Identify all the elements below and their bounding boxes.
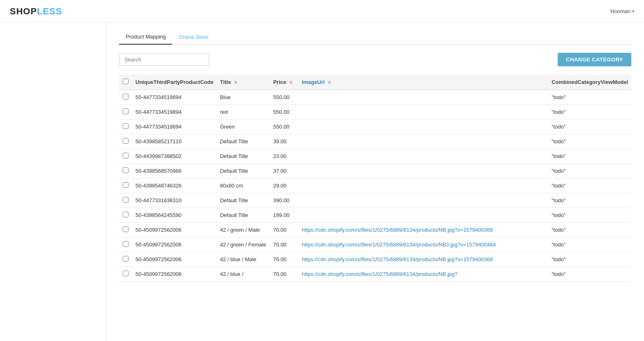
row-checkbox-cell xyxy=(119,193,132,208)
row-image xyxy=(299,193,548,208)
row-code: 50-4477334519894 xyxy=(132,120,217,134)
product-table: UniqueThirdPartyProductCode Title ⇅ Pric… xyxy=(119,75,631,282)
row-title: Default Title xyxy=(217,208,270,223)
row-category: "todo" xyxy=(548,178,631,193)
row-image: https://cdn.shopify.com/s/files/1/0275/6… xyxy=(299,252,548,267)
row-checkbox-cell xyxy=(119,120,132,134)
table-row: 50-4398585217110 Default Title 39.00 "to… xyxy=(119,134,631,149)
row-code: 50-4398548746326 xyxy=(132,178,217,193)
table-container: UniqueThirdPartyProductCode Title ⇅ Pric… xyxy=(119,75,631,282)
row-price: 29.00 xyxy=(270,178,299,193)
row-code: 50-4398585217110 xyxy=(132,134,217,149)
row-category: "todo" xyxy=(548,90,631,105)
search-input[interactable] xyxy=(119,53,209,66)
row-image xyxy=(299,149,548,164)
row-category: "todo" xyxy=(548,134,631,149)
row-category: "todo" xyxy=(548,223,631,237)
row-checkbox-cell xyxy=(119,164,132,178)
row-checkbox[interactable] xyxy=(123,182,128,188)
row-checkbox[interactable] xyxy=(123,138,128,144)
table-row: 50-4477334519894 red 550.00 "todo" xyxy=(119,105,631,120)
row-price: 550.00 xyxy=(270,105,299,120)
row-checkbox[interactable] xyxy=(123,197,128,203)
row-title: Default Title xyxy=(217,164,270,178)
row-checkbox[interactable] xyxy=(123,167,128,173)
row-price: 37.00 xyxy=(270,164,299,178)
row-category: "todo" xyxy=(548,149,631,164)
row-category: "todo" xyxy=(548,208,631,223)
table-row: 50-4439987388502 Default Title 23.00 "to… xyxy=(119,149,631,164)
title-sort-icon[interactable]: ⇅ xyxy=(234,80,237,85)
logo-shop: SHOP xyxy=(10,6,37,16)
image-sort-icon: ⇅ xyxy=(328,80,331,85)
row-code: 50-4477334519894 xyxy=(132,90,217,105)
row-checkbox[interactable] xyxy=(123,212,128,217)
table-row: 50-4398568570966 Default Title 37.00 "to… xyxy=(119,164,631,178)
layout: Product Mapping Online Store CHANGE CATE… xyxy=(0,23,644,341)
row-category: "todo" xyxy=(548,237,631,252)
row-price: 70.00 xyxy=(270,267,299,282)
row-price: 199.00 xyxy=(270,208,299,223)
row-title: 80x80 cm xyxy=(217,178,270,193)
row-category: "todo" xyxy=(548,193,631,208)
row-code: 50-4477334519894 xyxy=(132,105,217,120)
row-checkbox-cell xyxy=(119,267,132,282)
row-checkbox-cell xyxy=(119,149,132,164)
row-category: "todo" xyxy=(548,252,631,267)
row-image: https://cdn.shopify.com/s/files/1/0275/6… xyxy=(299,223,548,237)
row-title: Default Title xyxy=(217,134,270,149)
row-checkbox[interactable] xyxy=(123,94,128,99)
row-price: 550.00 xyxy=(270,90,299,105)
row-image: https://cdn.shopify.com/s/files/1/0275/6… xyxy=(299,237,548,252)
main-content: Product Mapping Online Store CHANGE CATE… xyxy=(109,23,641,341)
table-row: 50-4477334519894 Blue 550.00 "todo" xyxy=(119,90,631,105)
row-price: 23.00 xyxy=(270,149,299,164)
row-code: 50-4398564245590 xyxy=(132,208,217,223)
row-image xyxy=(299,120,548,134)
header-category: CombinedCategoryViewModel xyxy=(548,75,631,90)
row-checkbox[interactable] xyxy=(123,271,128,276)
row-price: 70.00 xyxy=(270,237,299,252)
row-category: "todo" xyxy=(548,164,631,178)
header-code: UniqueThirdPartyProductCode xyxy=(132,75,217,90)
row-title: 42 / green / Female xyxy=(217,237,270,252)
row-title: Default Title xyxy=(217,193,270,208)
price-sort-icon[interactable]: ⇅ xyxy=(289,80,293,85)
row-checkbox-cell xyxy=(119,223,132,237)
row-checkbox[interactable] xyxy=(123,108,128,114)
row-code: 50-4509972562006 xyxy=(132,237,217,252)
row-image xyxy=(299,134,548,149)
row-image xyxy=(299,164,548,178)
tab-online-store[interactable]: Online Store xyxy=(172,29,215,44)
row-checkbox-cell xyxy=(119,90,132,105)
change-category-button[interactable]: CHANGE CATEGORY xyxy=(558,53,631,66)
row-title: Default Title xyxy=(217,149,270,164)
row-image: https://cdn.shopify.com/s/files/1/0275/6… xyxy=(299,267,548,282)
table-row: 50-4477331636310 Default Title 390.00 "t… xyxy=(119,193,631,208)
row-price: 70.00 xyxy=(270,252,299,267)
row-checkbox[interactable] xyxy=(123,241,128,247)
row-checkbox[interactable] xyxy=(123,256,128,262)
tab-product-mapping[interactable]: Product Mapping xyxy=(119,29,172,45)
row-code: 50-4439987388502 xyxy=(132,149,217,164)
row-title: Green xyxy=(217,120,270,134)
table-row: 50-4509972562006 42 / green / Female 70.… xyxy=(119,237,631,252)
tabs: Product Mapping Online Store xyxy=(119,29,631,45)
table-row: 50-4509972562006 42 / blue / 70.00 https… xyxy=(119,267,631,282)
select-all-checkbox[interactable] xyxy=(123,79,128,84)
row-checkbox[interactable] xyxy=(123,153,128,158)
row-checkbox-cell xyxy=(119,105,132,120)
header-price: Price ⇅ xyxy=(270,75,299,90)
row-title: 42 / blue / Male xyxy=(217,252,270,267)
row-price: 39.00 xyxy=(270,134,299,149)
row-title: Blue xyxy=(217,90,270,105)
row-category: "todo" xyxy=(548,120,631,134)
row-title: 42 / green / Male xyxy=(217,223,270,237)
chevron-down-icon: ▾ xyxy=(632,9,634,14)
row-image xyxy=(299,90,548,105)
user-menu[interactable]: Hooman ▾ xyxy=(610,8,634,14)
row-checkbox[interactable] xyxy=(123,123,128,129)
row-checkbox[interactable] xyxy=(123,226,128,232)
row-checkbox-cell xyxy=(119,208,132,223)
table-row: 50-4509972562006 42 / blue / Male 70.00 … xyxy=(119,252,631,267)
